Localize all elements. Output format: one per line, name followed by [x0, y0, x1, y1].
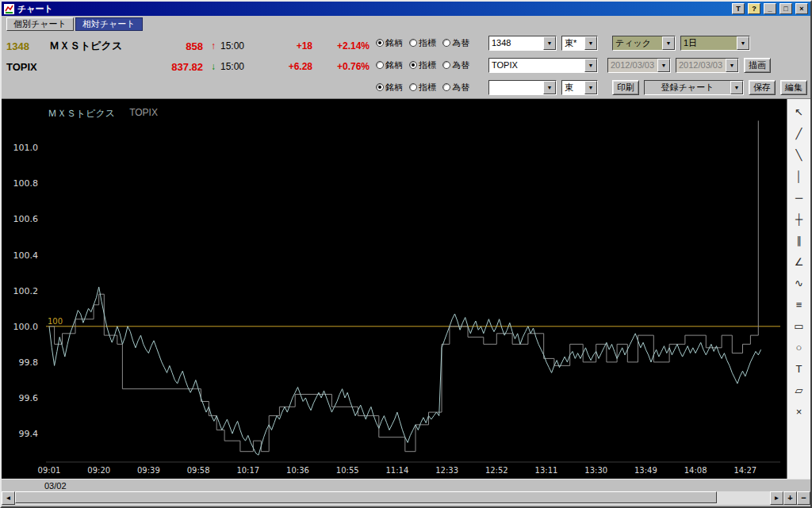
- radio-indicator[interactable]: 指標: [409, 82, 436, 94]
- chevron-down-icon[interactable]: ▼: [543, 81, 556, 94]
- registered-chart-button[interactable]: 登録チャート ▼: [644, 80, 744, 95]
- svg-text:12:52: 12:52: [485, 466, 508, 475]
- radio-circle[interactable]: [409, 39, 417, 47]
- text-tool-icon[interactable]: T: [791, 362, 808, 376]
- scrollbar-track[interactable]: [15, 491, 770, 505]
- radio-symbol[interactable]: 銘柄: [376, 82, 403, 94]
- radio-symbol[interactable]: 銘柄: [376, 59, 403, 71]
- radio-circle[interactable]: [442, 61, 450, 69]
- x-axis-date-label: 03/02: [44, 481, 67, 491]
- date-from-value[interactable]: 2012/03/03: [608, 59, 657, 72]
- radio-circle[interactable]: [376, 61, 384, 69]
- maximize-button[interactable]: □: [779, 3, 792, 14]
- registered-chart-label[interactable]: 登録チャート: [645, 81, 730, 94]
- radio-circle[interactable]: [409, 83, 417, 91]
- angle-line-icon[interactable]: ∠: [791, 255, 808, 269]
- symbol-code-select-3[interactable]: ▼: [488, 80, 557, 95]
- index-select[interactable]: TOPIX ▼: [488, 58, 598, 73]
- edit-button[interactable]: 編集: [780, 80, 807, 95]
- vertical-line-icon[interactable]: │: [791, 170, 808, 184]
- source-type-radios-2: 銘柄指標為替: [376, 59, 488, 71]
- radio-circle[interactable]: [376, 39, 384, 47]
- radio-label: 銘柄: [385, 59, 403, 71]
- help-button[interactable]: ?: [748, 3, 760, 14]
- chevron-down-icon[interactable]: ▼: [584, 59, 597, 72]
- quote-row-1348: 1348 ＭＸＳトピクス 858 ↑ 15:00 +18 +2.14%: [6, 36, 374, 56]
- radio-indicator[interactable]: 指標: [409, 59, 436, 71]
- rectangle-icon[interactable]: ▭: [791, 319, 808, 334]
- segment-line-icon[interactable]: ╲: [791, 148, 808, 162]
- index-quote-time: 15:00: [220, 61, 259, 72]
- time-span-select[interactable]: 1日 ▼: [680, 36, 750, 51]
- chart-area[interactable]: 99.499.699.8100.0100.2100.4100.6100.8101…: [2, 99, 787, 479]
- svg-text:14:27: 14:27: [733, 466, 756, 475]
- radio-circle[interactable]: [442, 83, 450, 91]
- chevron-down-icon[interactable]: ▼: [730, 81, 743, 94]
- save-button[interactable]: 保存: [749, 80, 776, 95]
- print-button[interactable]: 印刷: [612, 80, 639, 95]
- index-select-value[interactable]: TOPIX: [489, 59, 584, 72]
- period-type-select[interactable]: ティック ▼: [612, 36, 676, 51]
- exchange-select-1[interactable]: 東* ▼: [561, 36, 598, 51]
- cross-line-icon[interactable]: ┼: [791, 212, 808, 227]
- symbol-code-value-1[interactable]: 1348: [489, 36, 543, 50]
- topmost-button[interactable]: T: [732, 3, 745, 14]
- radio-circle[interactable]: [442, 39, 450, 47]
- chevron-down-icon[interactable]: ▼: [584, 81, 597, 94]
- scroll-right-button[interactable]: ►: [770, 491, 783, 505]
- svg-text:11:14: 11:14: [385, 466, 408, 475]
- quote-time: 15:00: [220, 40, 259, 52]
- zoom-in-button[interactable]: +: [783, 491, 797, 505]
- index-last-price: 837.82: [151, 61, 206, 73]
- radio-circle[interactable]: [376, 83, 384, 91]
- exchange-value-1[interactable]: 東*: [562, 36, 584, 50]
- chevron-down-icon[interactable]: ▼: [737, 36, 749, 50]
- horizontal-scrollbar[interactable]: ◄ ► + −: [2, 491, 810, 505]
- scroll-left-button[interactable]: ◄: [2, 491, 15, 505]
- radio-label: 為替: [452, 59, 469, 71]
- chevron-down-icon[interactable]: ▼: [543, 36, 556, 50]
- wave-line-icon[interactable]: ∿: [791, 277, 808, 291]
- horizontal-line-icon[interactable]: ─: [791, 191, 808, 205]
- date-to-value[interactable]: 2012/03/03: [676, 59, 726, 72]
- time-span-value[interactable]: 1日: [681, 36, 737, 50]
- radio-label: 指標: [419, 82, 436, 94]
- parallel-channel-icon[interactable]: ∥: [791, 234, 808, 248]
- symbol-code-select-1[interactable]: 1348 ▼: [488, 36, 557, 51]
- exchange-select-3[interactable]: 東 ▼: [561, 80, 598, 95]
- svg-text:09:01: 09:01: [38, 466, 61, 475]
- period-type-value[interactable]: ティック: [613, 36, 662, 50]
- exchange-value-3[interactable]: 東: [562, 81, 584, 94]
- chevron-down-icon[interactable]: ▼: [657, 59, 670, 72]
- radio-fx[interactable]: 為替: [442, 59, 469, 71]
- radio-fx[interactable]: 為替: [442, 82, 469, 94]
- close-button[interactable]: ×: [795, 3, 808, 14]
- ellipse-icon[interactable]: ○: [791, 341, 808, 355]
- title-bar[interactable]: チャート T ? _ □ ×: [2, 2, 810, 16]
- trend-line-icon[interactable]: ╱: [791, 127, 808, 141]
- chevron-down-icon[interactable]: ▼: [584, 36, 597, 50]
- minimize-button[interactable]: _: [764, 3, 776, 14]
- chart-canvas[interactable]: 99.499.699.8100.0100.2100.4100.6100.8101…: [2, 99, 787, 479]
- radio-symbol[interactable]: 銘柄: [376, 37, 403, 49]
- radio-fx[interactable]: 為替: [442, 37, 469, 49]
- chevron-down-icon[interactable]: ▼: [726, 59, 738, 72]
- scrollbar-thumb[interactable]: [15, 491, 717, 503]
- draw-button[interactable]: 描画: [744, 58, 771, 73]
- selector-row-3: 銘柄指標為替 ▼ 東 ▼ 印刷 登録チャート ▼ 保存: [376, 79, 807, 95]
- date-from-select[interactable]: 2012/03/03 ▼: [607, 58, 671, 73]
- tab-individual-chart[interactable]: 個別チャート: [6, 17, 74, 31]
- eraser-icon[interactable]: ▱: [791, 384, 808, 398]
- pointer-icon[interactable]: ↖: [791, 105, 808, 120]
- control-panel: 個別チャート 相対チャート 1348 ＭＸＳトピクス 858 ↑ 15:00 +…: [2, 16, 810, 98]
- chevron-down-icon[interactable]: ▼: [662, 36, 675, 50]
- delete-icon[interactable]: ×: [791, 405, 808, 419]
- date-to-select[interactable]: 2012/03/03 ▼: [676, 58, 739, 73]
- tab-relative-chart[interactable]: 相対チャート: [75, 17, 143, 31]
- radio-indicator[interactable]: 指標: [409, 37, 436, 49]
- symbol-code-value-3[interactable]: [489, 81, 543, 94]
- zoom-out-button[interactable]: −: [797, 491, 810, 505]
- fibonacci-icon[interactable]: ≡: [791, 298, 808, 312]
- drawing-toolbar: ↖╱╲│─┼∥∠∿≡▭○T▱×: [787, 99, 810, 479]
- radio-circle[interactable]: [409, 61, 417, 69]
